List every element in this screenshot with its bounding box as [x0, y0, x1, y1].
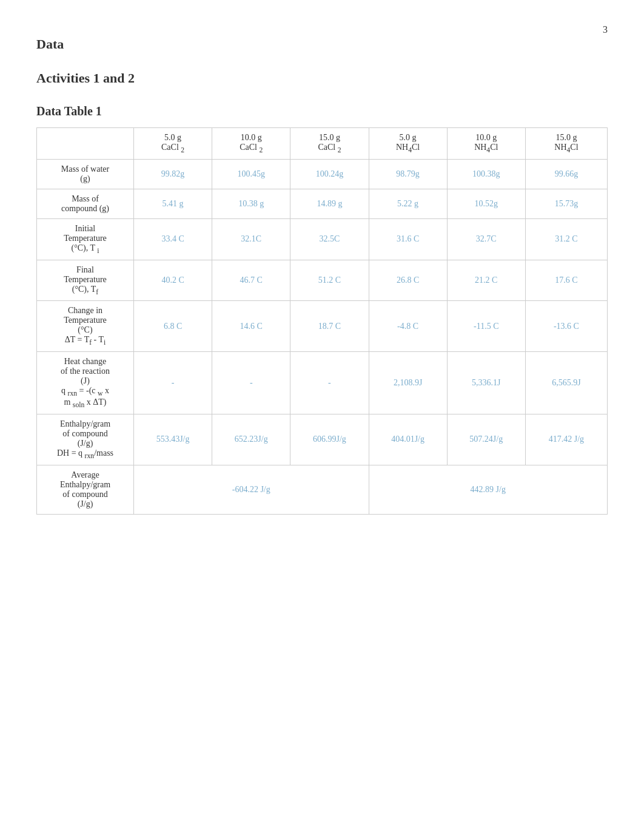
- cell-7-6: 417.42 J/g: [525, 414, 607, 465]
- cell-3-2: 32.1C: [212, 218, 290, 260]
- cell-1-2: 100.45g: [212, 159, 290, 189]
- cell-2-3: 14.89 g: [290, 189, 369, 218]
- table-row: Enthalpy/gramof compound(J/g)DH = q rxn/…: [37, 414, 608, 465]
- cell-7-5: 507.24J/g: [447, 414, 525, 465]
- cell-1-6: 99.66g: [525, 159, 607, 189]
- row-label-mass-compound: Mass ofcompound (g): [37, 189, 134, 218]
- cell-2-4: 5.22 g: [369, 189, 447, 218]
- data-table-1: 5.0 gCaCl 2 10.0 gCaCl 2 15.0 gCaCl 2 5.…: [36, 127, 608, 515]
- cell-7-2: 652.23J/g: [212, 414, 290, 465]
- cell-6-3: -: [290, 352, 369, 414]
- cell-6-2: -: [212, 352, 290, 414]
- table-row: Change inTemperature(°C)ΔT = Tf - Ti 6.8…: [37, 301, 608, 352]
- cell-4-3: 51.2 C: [290, 260, 369, 301]
- table-row: FinalTemperature(°C), Tf 40.2 C 46.7 C 5…: [37, 260, 608, 301]
- cell-2-1: 5.41 g: [134, 189, 212, 218]
- col-header-5: 10.0 gNH4Cl: [447, 128, 525, 160]
- cell-6-4: 2,108.9J: [369, 352, 447, 414]
- col-header-4: 5.0 gNH4Cl: [369, 128, 447, 160]
- cell-4-4: 26.8 C: [369, 260, 447, 301]
- cell-5-3: 18.7 C: [290, 301, 369, 352]
- col-header-1: 5.0 gCaCl 2: [134, 128, 212, 160]
- table-row: Mass of water(g) 99.82g 100.45g 100.24g …: [37, 159, 608, 189]
- cell-6-6: 6,565.9J: [525, 352, 607, 414]
- cell-3-4: 31.6 C: [369, 218, 447, 260]
- row-label-delta-temp: Change inTemperature(°C)ΔT = Tf - Ti: [37, 301, 134, 352]
- cell-8-group1: -604.22 J/g: [134, 465, 369, 514]
- cell-2-6: 15.73g: [525, 189, 607, 218]
- cell-7-3: 606.99J/g: [290, 414, 369, 465]
- table-title: Data Table 1: [36, 104, 608, 118]
- col-header-empty: [37, 128, 134, 160]
- col-header-2: 10.0 gCaCl 2: [212, 128, 290, 160]
- row-label-avg-enthalpy: AverageEnthalpy/gramof compound(J/g): [37, 465, 134, 514]
- col-header-6: 15.0 gNH4Cl: [525, 128, 607, 160]
- table-header-row: 5.0 gCaCl 2 10.0 gCaCl 2 15.0 gCaCl 2 5.…: [37, 128, 608, 160]
- row-label-final-temp: FinalTemperature(°C), Tf: [37, 260, 134, 301]
- table-row: InitialTemperature(°C), T i 33.4 C 32.1C…: [37, 218, 608, 260]
- cell-5-1: 6.8 C: [134, 301, 212, 352]
- cell-5-4: -4.8 C: [369, 301, 447, 352]
- cell-4-5: 21.2 C: [447, 260, 525, 301]
- row-label-mass-water: Mass of water(g): [37, 159, 134, 189]
- table-row: AverageEnthalpy/gramof compound(J/g) -60…: [37, 465, 608, 514]
- cell-7-1: 553.43J/g: [134, 414, 212, 465]
- cell-3-5: 32.7C: [447, 218, 525, 260]
- cell-5-6: -13.6 C: [525, 301, 607, 352]
- table-row: Mass ofcompound (g) 5.41 g 10.38 g 14.89…: [37, 189, 608, 218]
- section-title: Data: [36, 36, 608, 52]
- cell-7-4: 404.01J/g: [369, 414, 447, 465]
- cell-3-3: 32.5C: [290, 218, 369, 260]
- cell-4-1: 40.2 C: [134, 260, 212, 301]
- cell-5-2: 14.6 C: [212, 301, 290, 352]
- cell-1-1: 99.82g: [134, 159, 212, 189]
- cell-6-5: 5,336.1J: [447, 352, 525, 414]
- cell-2-2: 10.38 g: [212, 189, 290, 218]
- cell-2-5: 10.52g: [447, 189, 525, 218]
- row-label-initial-temp: InitialTemperature(°C), T i: [37, 218, 134, 260]
- col-header-3: 15.0 gCaCl 2: [290, 128, 369, 160]
- cell-1-4: 98.79g: [369, 159, 447, 189]
- cell-1-5: 100.38g: [447, 159, 525, 189]
- table-row: Heat changeof the reaction(J)q rxn = -(c…: [37, 352, 608, 414]
- subtitle: Activities 1 and 2: [36, 70, 608, 86]
- cell-3-1: 33.4 C: [134, 218, 212, 260]
- cell-4-2: 46.7 C: [212, 260, 290, 301]
- cell-6-1: -: [134, 352, 212, 414]
- page-number: 3: [603, 24, 608, 35]
- cell-8-group2: 442.89 J/g: [369, 465, 607, 514]
- row-label-enthalpy-gram: Enthalpy/gramof compound(J/g)DH = q rxn/…: [37, 414, 134, 465]
- cell-3-6: 31.2 C: [525, 218, 607, 260]
- row-label-heat-change: Heat changeof the reaction(J)q rxn = -(c…: [37, 352, 134, 414]
- cell-1-3: 100.24g: [290, 159, 369, 189]
- cell-4-6: 17.6 C: [525, 260, 607, 301]
- cell-5-5: -11.5 C: [447, 301, 525, 352]
